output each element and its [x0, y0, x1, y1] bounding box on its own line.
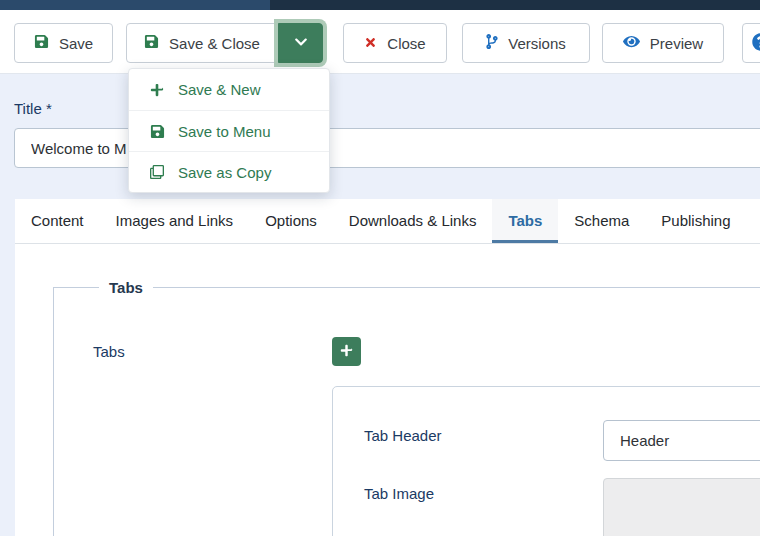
- plus-icon: [340, 344, 353, 360]
- menu-item-save-as-copy[interactable]: Save as Copy: [129, 151, 329, 192]
- menu-item-label: Save to Menu: [178, 123, 271, 140]
- form-card: Content Images and Links Options Downloa…: [15, 199, 760, 536]
- top-bar-right-segment: [270, 0, 760, 10]
- save-dropdown-toggle-button[interactable]: [278, 23, 323, 63]
- menu-item-label: Save as Copy: [178, 164, 271, 181]
- tab-options[interactable]: Options: [249, 199, 333, 243]
- tab-header-field-label: Tab Header: [364, 427, 442, 445]
- tab-content[interactable]: Content: [15, 199, 100, 243]
- help-button[interactable]: [742, 23, 760, 63]
- eye-icon: [623, 34, 640, 52]
- tab-schema[interactable]: Schema: [558, 199, 645, 243]
- save-icon: [149, 124, 165, 139]
- tabs-fieldset: Tabs Tabs Tab Header Tab Image: [53, 287, 760, 536]
- title-input[interactable]: [14, 128, 760, 168]
- tab-publishing[interactable]: Publishing: [645, 199, 746, 243]
- save-button-label: Save: [59, 35, 93, 52]
- save-dropdown-menu: Save & New Save to Menu Save as Copy: [128, 68, 330, 193]
- help-circle-icon: [752, 33, 760, 54]
- menu-item-save-to-menu[interactable]: Save to Menu: [129, 110, 329, 151]
- close-button-label: Close: [387, 35, 425, 52]
- admin-toolbar: Save Save & Close Close Versions Preview: [0, 10, 760, 74]
- tabs-fieldset-legend: Tabs: [99, 278, 153, 298]
- chevron-down-icon: [294, 35, 308, 52]
- tab-subform-panel: Tab Header Tab Image: [332, 386, 760, 536]
- close-x-icon: [364, 35, 377, 52]
- tab-image-field-label: Tab Image: [364, 485, 434, 503]
- save-and-close-button-label: Save & Close: [169, 35, 260, 52]
- save-icon: [144, 34, 159, 52]
- preview-button[interactable]: Preview: [602, 23, 724, 63]
- add-tab-button[interactable]: [332, 337, 361, 366]
- form-tab-bar: Content Images and Links Options Downloa…: [15, 199, 760, 244]
- code-branch-icon: [486, 34, 498, 52]
- menu-item-save-and-new[interactable]: Save & New: [129, 69, 329, 110]
- preview-button-label: Preview: [650, 35, 703, 52]
- save-button[interactable]: Save: [14, 23, 113, 63]
- tabs-repeatable-field-label: Tabs: [93, 343, 125, 361]
- tab-tabs[interactable]: Tabs: [492, 199, 558, 243]
- tab-image-picker-area[interactable]: [603, 478, 760, 536]
- close-button[interactable]: Close: [343, 23, 447, 63]
- save-and-close-button[interactable]: Save & Close: [126, 23, 278, 63]
- versions-button[interactable]: Versions: [462, 23, 590, 63]
- plus-icon: [149, 83, 165, 97]
- tab-images-and-links[interactable]: Images and Links: [100, 199, 250, 243]
- menu-item-label: Save & New: [178, 81, 261, 98]
- tab-downloads-and-links[interactable]: Downloads & Links: [333, 199, 493, 243]
- tab-header-input[interactable]: [603, 420, 760, 461]
- copy-icon: [149, 165, 165, 179]
- versions-button-label: Versions: [508, 35, 566, 52]
- top-bar-left-segment: [0, 0, 270, 10]
- save-icon: [34, 34, 49, 52]
- title-field-label: Title *: [14, 100, 52, 117]
- article-edit-page: Save Save & Close Close Versions Preview…: [0, 0, 760, 536]
- window-top-bar: [0, 0, 760, 10]
